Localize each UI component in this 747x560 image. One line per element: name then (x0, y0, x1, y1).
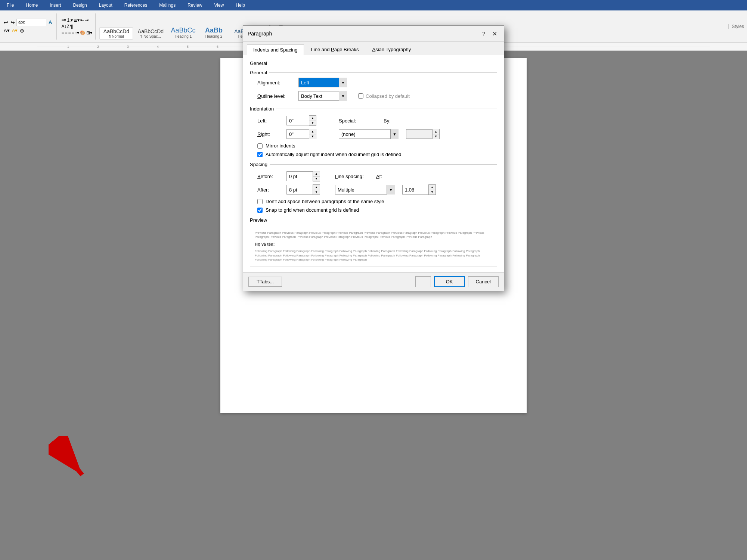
after-down[interactable]: ▼ (313, 190, 320, 195)
preview-previous-text: Previous Paragraph Previous Paragraph Pr… (255, 231, 492, 239)
general-heading-row: General (250, 70, 497, 75)
dialog-body: General General Alignment: Left Centered… (243, 55, 504, 272)
paragraph-dialog: Paragraph ? ✕ Indents and Spacing Line a… (243, 25, 504, 291)
collapsed-by-default-checkbox[interactable] (358, 93, 363, 99)
outline-level-select-wrapper[interactable]: Body Text Level 1 Level 2 Level 3 ▼ (298, 91, 347, 101)
dialog-tabs: Indents and Spacing Line and Page Breaks… (243, 42, 504, 55)
footer-right: OK Cancel (415, 276, 499, 287)
dont-add-space-label: Don't add space between paragraphs of th… (266, 199, 384, 204)
collapsed-by-default-wrapper: Collapsed by default (358, 93, 410, 99)
indent-right-spinner: ▲ ▼ (286, 129, 316, 139)
alignment-select-wrapper[interactable]: Left Centered Right Justified ▼ (298, 78, 347, 87)
mirror-indents-row: Mirror indents (250, 143, 497, 149)
dialog-title: Paragraph (248, 31, 272, 37)
by-input[interactable] (406, 129, 432, 139)
indent-left-spinners: ▲ ▼ (309, 115, 316, 126)
tab-indents-spacing[interactable]: Indents and Spacing (247, 44, 304, 55)
tabs-button[interactable]: TTabs... (248, 277, 282, 287)
before-spinners: ▲ ▼ (313, 171, 320, 181)
preview-box: Previous Paragraph Previous Paragraph Pr… (250, 226, 497, 267)
special-select-wrapper[interactable]: (none) First line Hanging ▼ (339, 129, 399, 139)
dialog-close-button[interactable]: ✕ (490, 29, 499, 38)
alignment-label: Alignment: (257, 80, 295, 85)
line-spacing-select-wrapper[interactable]: Single 1.5 lines Double At least Exactly… (335, 185, 395, 195)
special-select[interactable]: (none) First line Hanging (339, 129, 399, 139)
collapsed-by-default-label: Collapsed by default (366, 93, 410, 99)
by-spinner: ▲ ▼ (406, 129, 440, 139)
before-label: Before: (257, 174, 283, 179)
dialog-help-button[interactable]: ? (480, 30, 487, 37)
dialog-window-controls: ? ✕ (480, 29, 499, 38)
tab-line-page-breaks[interactable]: Line and Page Breaks (305, 44, 365, 55)
after-input[interactable] (286, 185, 313, 195)
line-spacing-label: Line spacing: (335, 174, 369, 179)
snap-to-grid-checkbox[interactable] (257, 208, 263, 213)
snap-to-grid-row: Snap to grid when document grid is defin… (250, 207, 497, 213)
alignment-select[interactable]: Left Centered Right Justified (298, 78, 347, 87)
before-up[interactable]: ▲ (313, 171, 320, 176)
preview-sample-heading: Họ và tên: (255, 242, 492, 247)
at-up[interactable]: ▲ (429, 185, 436, 190)
indentation-row1: Left: ▲ ▼ Special: By: (250, 115, 497, 126)
indent-left-up[interactable]: ▲ (309, 116, 316, 121)
line-spacing-select[interactable]: Single 1.5 lines Double At least Exactly… (335, 185, 395, 195)
auto-adjust-row: Automatically adjust right indent when d… (250, 152, 497, 157)
by-spinners: ▲ ▼ (432, 129, 440, 139)
after-spinners: ▲ ▼ (313, 184, 320, 195)
before-down[interactable]: ▼ (313, 176, 320, 181)
dialog-titlebar: Paragraph ? ✕ (243, 26, 504, 42)
ok-button[interactable]: OK (434, 276, 465, 287)
auto-adjust-label: Automatically adjust right indent when d… (266, 152, 402, 157)
at-label: At: (376, 174, 387, 179)
indent-left-label: Left: (257, 118, 283, 124)
indent-right-input[interactable] (286, 129, 309, 139)
after-label: After: (257, 187, 283, 193)
indent-right-up[interactable]: ▲ (309, 129, 316, 134)
preview-section-heading: Preview (250, 217, 497, 223)
indent-right-spinners: ▲ ▼ (309, 129, 316, 139)
snap-to-grid-label: Snap to grid when document grid is defin… (266, 207, 359, 213)
spacing-row1: Before: ▲ ▼ Line spacing: At: (250, 171, 497, 181)
indentation-section-heading: Indentation (250, 106, 497, 112)
by-down[interactable]: ▼ (433, 134, 439, 139)
footer-left: TTabs... (248, 277, 282, 287)
indent-left-down[interactable]: ▼ (309, 121, 316, 125)
mirror-indents-label: Mirror indents (266, 143, 295, 149)
dialog-footer: TTabs... OK Cancel (243, 272, 504, 291)
indent-right-label: Right: (257, 131, 283, 137)
at-down[interactable]: ▼ (429, 190, 436, 195)
indent-left-input[interactable] (286, 116, 309, 125)
at-spinner: ▲ ▼ (402, 184, 436, 195)
dont-add-space-row: Don't add space between paragraphs of th… (250, 199, 497, 204)
at-input[interactable] (402, 185, 428, 195)
outline-level-label: Outline level: (257, 93, 295, 99)
spacing-section-heading: Spacing (250, 162, 497, 167)
mirror-indents-checkbox[interactable] (257, 143, 263, 149)
before-input[interactable] (286, 171, 313, 181)
indent-right-down[interactable]: ▼ (309, 134, 316, 139)
indent-left-spinner: ▲ ▼ (286, 115, 316, 126)
after-up[interactable]: ▲ (313, 185, 320, 190)
outline-level-select[interactable]: Body Text Level 1 Level 2 Level 3 (298, 91, 347, 101)
preview-following-text: Following Paragraph Following Paragraph … (255, 249, 492, 262)
indentation-row2: Right: ▲ ▼ (none) First line (250, 129, 497, 139)
after-spinner: ▲ ▼ (286, 184, 320, 195)
tab-asian-typography[interactable]: Asian Typography (366, 44, 418, 55)
alignment-row: Alignment: Left Centered Right Justified… (250, 78, 497, 87)
by-up[interactable]: ▲ (433, 129, 439, 134)
dont-add-space-checkbox[interactable] (257, 199, 263, 204)
outline-level-row: Outline level: Body Text Level 1 Level 2… (250, 91, 497, 101)
spacing-row2: After: ▲ ▼ Single 1.5 lines (250, 184, 497, 195)
special-label: Special: (339, 118, 361, 124)
general-section-heading: General (250, 60, 497, 66)
by-label: By: (384, 118, 391, 124)
cancel-button[interactable]: Cancel (468, 276, 499, 287)
at-spinners: ▲ ▼ (428, 184, 436, 195)
dialog-overlay: Paragraph ? ✕ Indents and Spacing Line a… (0, 0, 747, 560)
auto-adjust-checkbox[interactable] (257, 152, 263, 157)
before-spinner: ▲ ▼ (286, 171, 320, 181)
set-as-default-button[interactable] (415, 276, 431, 287)
